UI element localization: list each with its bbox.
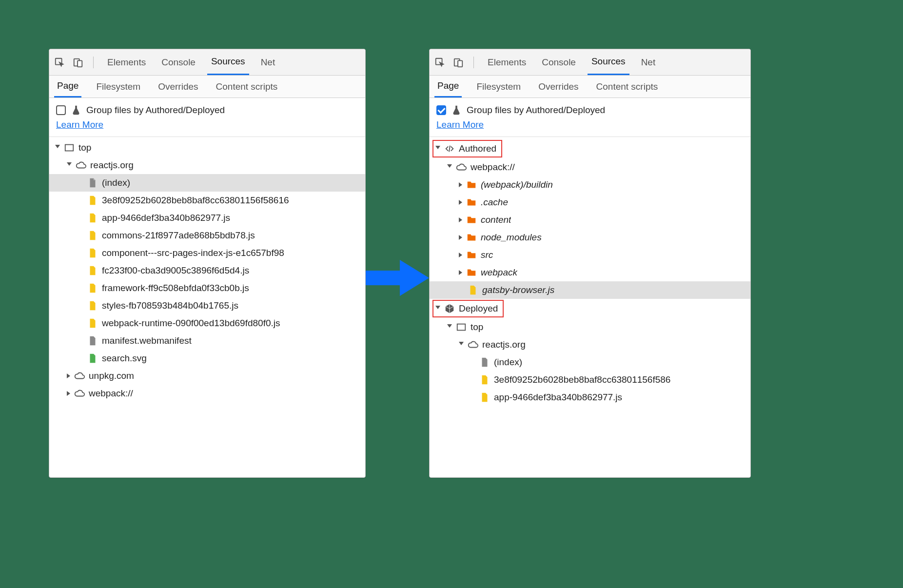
tree-file[interactable]: app-9466def3ba340b862977.js [430, 389, 750, 406]
disclosure-triangle-icon[interactable] [67, 162, 72, 168]
subbar: Page Filesystem Overrides Content script… [49, 76, 365, 98]
group-files-checkbox[interactable] [56, 105, 66, 115]
topbar: Elements Console Sources Net [430, 49, 750, 76]
tree-file[interactable]: framework-ff9c508ebfda0f33cb0b.js [49, 279, 365, 297]
inspect-icon[interactable] [54, 57, 65, 68]
disclosure-triangle-icon[interactable] [67, 391, 70, 396]
tab-console[interactable]: Console [157, 49, 199, 75]
tree-folder[interactable]: (webpack)/buildin [430, 176, 750, 194]
tab-sources[interactable]: Sources [588, 49, 629, 75]
tab-elements[interactable]: Elements [103, 49, 150, 75]
device-toggle-icon[interactable] [453, 57, 464, 68]
tab-sources[interactable]: Sources [207, 49, 249, 75]
js-file-icon [87, 283, 98, 294]
folder-icon [466, 267, 477, 278]
experiment-icon [451, 105, 462, 116]
tree-file-index[interactable]: (index) [49, 174, 365, 192]
svg-rect-7 [457, 324, 466, 330]
code-icon [444, 143, 455, 154]
divider [473, 57, 474, 68]
disclosure-triangle-icon[interactable] [459, 253, 462, 257]
tree-file[interactable]: app-9466def3ba340b862977.js [49, 209, 365, 227]
transition-arrow-icon [366, 258, 429, 297]
devtools-panel-after: Elements Console Sources Net Page Filesy… [429, 49, 751, 478]
disclosure-triangle-icon[interactable] [435, 146, 440, 152]
tree-file-gatsby[interactable]: gatsby-browser.js [430, 281, 750, 299]
disclosure-triangle-icon[interactable] [447, 324, 452, 330]
subtab-filesystem[interactable]: Filesystem [93, 76, 143, 98]
inspect-icon[interactable] [434, 57, 445, 68]
tab-network[interactable]: Net [637, 49, 660, 75]
tree-origin-unpkg[interactable]: unpkg.com [49, 367, 365, 385]
option-row: Group files by Authored/Deployed Learn M… [430, 98, 750, 137]
tree-origin-webpack[interactable]: webpack:// [49, 385, 365, 402]
tab-network[interactable]: Net [257, 49, 279, 75]
disclosure-triangle-icon[interactable] [447, 164, 452, 170]
tree-top[interactable]: top [49, 139, 365, 157]
svg-rect-3 [65, 144, 74, 151]
learn-more-link[interactable]: Learn More [436, 119, 484, 130]
learn-more-link[interactable]: Learn More [56, 119, 103, 130]
tree-file[interactable]: component---src-pages-index-js-e1c657bf9… [49, 244, 365, 262]
file-tree: Authored webpack:// (webpack)/buildin .c… [430, 137, 750, 408]
tree-folder[interactable]: node_modules [430, 229, 750, 246]
image-file-icon [87, 353, 98, 364]
tree-origin-webpack[interactable]: webpack:// [430, 158, 750, 176]
tree-origin-reactjs[interactable]: reactjs.org [49, 157, 365, 174]
tree-folder[interactable]: content [430, 211, 750, 229]
divider [93, 57, 94, 68]
file-tree: top reactjs.org (index) 3e8f09252b6028be… [49, 137, 365, 404]
experiment-icon [71, 105, 81, 116]
document-icon [87, 335, 98, 346]
js-file-icon [87, 248, 98, 258]
js-file-icon [87, 265, 98, 276]
disclosure-triangle-icon[interactable] [459, 200, 462, 205]
tree-file-manifest[interactable]: manifest.webmanifest [49, 332, 365, 350]
document-icon [479, 357, 490, 368]
tree-top[interactable]: top [430, 318, 750, 336]
disclosure-triangle-icon[interactable] [459, 270, 462, 275]
js-file-icon [468, 285, 478, 295]
tree-file[interactable]: 3e8f09252b6028beb8baf8cc63801156f586 [430, 371, 750, 389]
tree-folder[interactable]: src [430, 246, 750, 264]
tree-origin-reactjs[interactable]: reactjs.org [430, 336, 750, 353]
authored-group-highlight: Authored [432, 140, 502, 157]
js-file-icon [479, 374, 490, 385]
tree-file[interactable]: 3e8f09252b6028beb8baf8cc63801156f58616 [49, 192, 365, 209]
subtab-overrides[interactable]: Overrides [155, 76, 201, 98]
disclosure-triangle-icon[interactable] [55, 145, 60, 151]
cloud-icon [74, 388, 85, 399]
tree-file[interactable]: fc233f00-cba3d9005c3896f6d5d4.js [49, 262, 365, 279]
tree-file[interactable]: webpack-runtime-090f00ed13bd69fd80f0.js [49, 314, 365, 332]
disclosure-triangle-icon[interactable] [459, 235, 462, 240]
group-files-checkbox[interactable] [436, 105, 446, 115]
subtab-page[interactable]: Page [54, 76, 81, 98]
device-toggle-icon[interactable] [73, 57, 83, 68]
frame-icon [456, 322, 467, 333]
disclosure-triangle-icon[interactable] [459, 342, 464, 348]
subtab-content-scripts[interactable]: Content scripts [593, 76, 661, 98]
svg-rect-2 [78, 60, 82, 67]
option-row: Group files by Authored/Deployed Learn M… [49, 98, 365, 137]
tree-file[interactable]: styles-fb708593b484b04b1765.js [49, 297, 365, 314]
disclosure-triangle-icon[interactable] [459, 182, 462, 187]
tree-folder[interactable]: webpack [430, 264, 750, 281]
subtab-content-scripts[interactable]: Content scripts [213, 76, 281, 98]
subtab-overrides[interactable]: Overrides [535, 76, 581, 98]
deployed-label[interactable]: Deployed [459, 303, 498, 314]
tree-file-svg[interactable]: search.svg [49, 350, 365, 367]
deployed-group-highlight: Deployed [432, 300, 504, 317]
subtab-page[interactable]: Page [434, 76, 462, 98]
disclosure-triangle-icon[interactable] [435, 306, 440, 312]
folder-icon [466, 232, 477, 243]
frame-icon [64, 142, 75, 153]
tree-file[interactable]: commons-21f8977ade868b5bdb78.js [49, 227, 365, 244]
disclosure-triangle-icon[interactable] [67, 373, 70, 378]
subtab-filesystem[interactable]: Filesystem [473, 76, 524, 98]
tree-folder[interactable]: .cache [430, 194, 750, 211]
tree-file-index[interactable]: (index) [430, 353, 750, 371]
tab-console[interactable]: Console [538, 49, 580, 75]
authored-label[interactable]: Authored [459, 143, 496, 154]
disclosure-triangle-icon[interactable] [459, 217, 462, 222]
tab-elements[interactable]: Elements [484, 49, 530, 75]
